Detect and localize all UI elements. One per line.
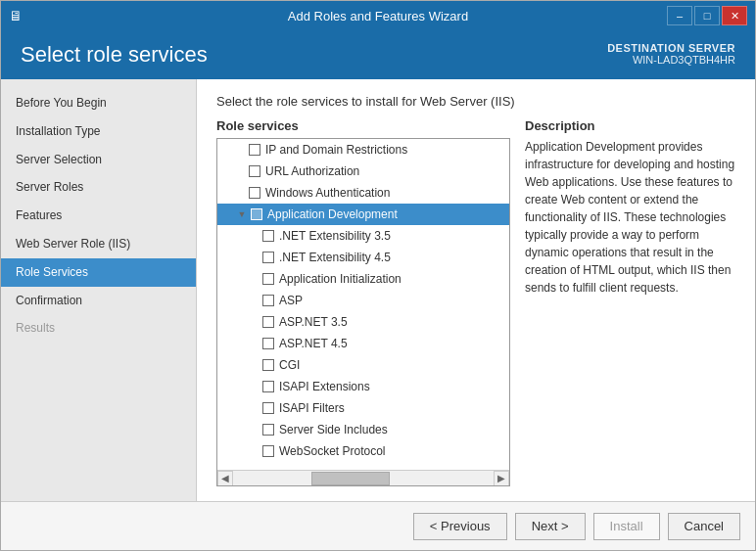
label-websocket: WebSocket Protocol <box>279 444 386 458</box>
title-bar: 🖥 Add Roles and Features Wizard – □ ✕ <box>1 1 755 30</box>
next-button[interactable]: Next > <box>515 513 586 540</box>
list-item-server-side[interactable]: Server Side Includes <box>217 419 509 440</box>
title-bar-left: 🖥 <box>9 8 23 23</box>
list-item-asp[interactable]: ASP <box>217 290 509 311</box>
description-text: Application Development provides infrast… <box>525 138 735 297</box>
list-item-isapi-filt[interactable]: ISAPI Filters <box>217 397 509 419</box>
checkbox-asp[interactable] <box>262 295 274 306</box>
checkbox-asp-net-35[interactable] <box>262 316 274 328</box>
label-url-auth: URL Authorization <box>265 164 359 178</box>
footer: < Previous Next > Install Cancel <box>1 501 755 550</box>
sidebar-item-server-selection[interactable]: Server Selection <box>1 146 196 174</box>
list-item-asp-net-45[interactable]: ASP.NET 4.5 <box>217 333 509 354</box>
checkbox-asp-net-45[interactable] <box>262 338 274 349</box>
main-panel: Select the role services to install for … <box>197 79 755 501</box>
sidebar: Before You Begin Installation Type Serve… <box>1 79 197 501</box>
role-services-listbox[interactable]: IP and Domain Restrictions URL Authoriza… <box>216 138 510 486</box>
previous-button[interactable]: < Previous <box>413 513 507 540</box>
install-button[interactable]: Install <box>593 513 660 540</box>
checkbox-net-ext-35[interactable] <box>262 230 274 242</box>
checkbox-net-ext-45[interactable] <box>262 252 274 263</box>
label-asp-net-35: ASP.NET 3.5 <box>279 315 348 329</box>
label-net-ext-45: .NET Extensibility 4.5 <box>279 251 391 264</box>
checkbox-isapi-filt[interactable] <box>262 402 274 414</box>
sidebar-item-confirmation[interactable]: Confirmation <box>1 287 196 315</box>
window-title: Add Roles and Features Wizard <box>288 9 468 23</box>
destination-label: DESTINATION SERVER <box>607 42 735 54</box>
list-item-windows-auth[interactable]: Windows Authentication <box>217 182 509 204</box>
app-icon: 🖥 <box>9 8 23 23</box>
checkbox-isapi-ext[interactable] <box>262 381 274 392</box>
hscroll-track <box>233 471 494 485</box>
checkbox-app-dev[interactable] <box>251 208 262 220</box>
sidebar-item-features[interactable]: Features <box>1 202 196 230</box>
description-header: Description <box>525 118 735 133</box>
list-item-ip-domain[interactable]: IP and Domain Restrictions <box>217 139 509 161</box>
sidebar-item-installation-type[interactable]: Installation Type <box>1 117 196 146</box>
list-item-websocket[interactable]: WebSocket Protocol <box>217 440 509 462</box>
checkbox-windows-auth[interactable] <box>249 187 260 199</box>
label-isapi-filt: ISAPI Filters <box>279 401 345 415</box>
description-column: Description Application Development prov… <box>525 118 735 486</box>
two-column-layout: Role services IP and Domain Restrictions <box>216 118 735 486</box>
minimize-button[interactable]: – <box>667 6 692 25</box>
destination-server-name: WIN-LAD3QTBH4HR <box>607 54 735 66</box>
content-area: Before You Begin Installation Type Serve… <box>1 79 755 501</box>
list-item-asp-net-35[interactable]: ASP.NET 3.5 <box>217 311 509 333</box>
list-item-url-auth[interactable]: URL Authorization <box>217 161 509 182</box>
label-server-side: Server Side Includes <box>279 423 388 436</box>
label-app-dev: Application Development <box>267 207 398 221</box>
label-app-init: Application Initialization <box>279 272 402 286</box>
destination-server-info: DESTINATION SERVER WIN-LAD3QTBH4HR <box>607 42 735 66</box>
label-windows-auth: Windows Authentication <box>265 186 390 200</box>
list-item-app-init[interactable]: Application Initialization <box>217 268 509 290</box>
maximize-button[interactable]: □ <box>694 6 720 25</box>
checkbox-cgi[interactable] <box>262 359 274 371</box>
role-services-column: Role services IP and Domain Restrictions <box>216 118 510 486</box>
horizontal-scrollbar[interactable]: ◀ ▶ <box>217 470 509 485</box>
page-title: Select role services <box>21 42 208 68</box>
label-asp: ASP <box>279 294 303 307</box>
sidebar-item-before-you-begin[interactable]: Before You Begin <box>1 89 196 117</box>
main-window: 🖥 Add Roles and Features Wizard – □ ✕ Se… <box>0 0 756 551</box>
role-services-header: Role services <box>216 118 510 133</box>
checkbox-server-side[interactable] <box>262 424 274 436</box>
checkbox-websocket[interactable] <box>262 445 274 457</box>
scroll-right-button[interactable]: ▶ <box>494 471 509 486</box>
label-asp-net-45: ASP.NET 4.5 <box>279 337 348 350</box>
list-item-net-ext-45[interactable]: .NET Extensibility 4.5 <box>217 247 509 268</box>
list-item-net-ext-35[interactable]: .NET Extensibility 3.5 <box>217 225 509 247</box>
cancel-button[interactable]: Cancel <box>668 513 740 540</box>
expand-icon-app-dev: ▼ <box>235 207 249 221</box>
header-bar: Select role services DESTINATION SERVER … <box>1 30 755 79</box>
close-button[interactable]: ✕ <box>722 6 747 25</box>
list-item-app-dev[interactable]: ▼ Application Development <box>217 204 509 225</box>
label-ip-domain: IP and Domain Restrictions <box>265 143 407 157</box>
list-item-cgi[interactable]: CGI <box>217 354 509 376</box>
sidebar-item-results: Results <box>1 314 196 343</box>
list-item-isapi-ext[interactable]: ISAPI Extensions <box>217 376 509 397</box>
list-scroll-area[interactable]: IP and Domain Restrictions URL Authoriza… <box>217 139 509 470</box>
sidebar-item-role-services[interactable]: Role Services <box>1 258 196 287</box>
instruction-text: Select the role services to install for … <box>216 94 735 109</box>
checkbox-url-auth[interactable] <box>249 165 260 177</box>
scroll-left-button[interactable]: ◀ <box>217 471 233 486</box>
window-controls: – □ ✕ <box>667 6 747 25</box>
label-cgi: CGI <box>279 358 300 372</box>
label-net-ext-35: .NET Extensibility 3.5 <box>279 229 391 243</box>
sidebar-item-web-server-role[interactable]: Web Server Role (IIS) <box>1 230 196 258</box>
label-isapi-ext: ISAPI Extensions <box>279 380 370 393</box>
hscroll-thumb[interactable] <box>311 472 390 485</box>
sidebar-item-server-roles[interactable]: Server Roles <box>1 173 196 202</box>
checkbox-ip-domain[interactable] <box>249 144 260 156</box>
checkbox-app-init[interactable] <box>262 273 274 285</box>
